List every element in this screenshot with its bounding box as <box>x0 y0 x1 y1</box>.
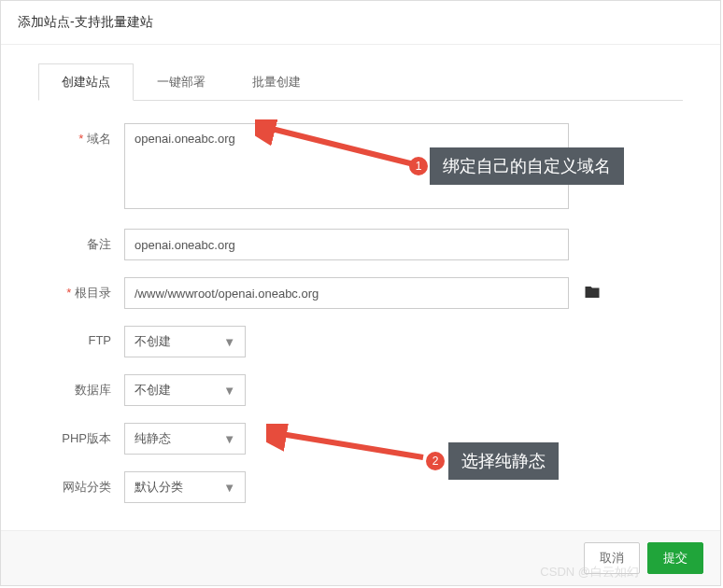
label-db: 数据库 <box>48 374 124 399</box>
label-remark: 备注 <box>48 229 124 253</box>
chevron-down-icon: ▼ <box>223 481 235 495</box>
select-value: 默认分类 <box>135 479 183 496</box>
db-select[interactable]: 不创建 ▼ <box>124 374 246 406</box>
label-root: 根目录 <box>48 277 124 301</box>
php-select[interactable]: 纯静态 ▼ <box>124 423 246 455</box>
tabs: 创建站点 一键部署 批量创建 <box>38 63 683 101</box>
modal-footer: 取消 提交 <box>1 530 720 585</box>
chevron-down-icon: ▼ <box>223 384 235 398</box>
callout-text: 选择纯静态 <box>461 450 546 472</box>
select-value: 不创建 <box>135 382 171 399</box>
tab-label: 创建站点 <box>62 75 110 89</box>
label-domain: 域名 <box>48 123 124 147</box>
submit-button[interactable]: 提交 <box>647 542 703 574</box>
field-category: 默认分类 ▼ <box>124 471 673 503</box>
annotation-badge-1: 1 <box>409 157 428 175</box>
modal-title: 添加站点-支持批量建站 <box>18 14 153 29</box>
row-db: 数据库 不创建 ▼ <box>48 374 673 406</box>
button-label: 提交 <box>663 551 688 565</box>
annotation-callout-2: 选择纯静态 <box>448 442 559 480</box>
callout-text: 绑定自己的自定义域名 <box>443 155 611 177</box>
tab-create-site[interactable]: 创建站点 <box>38 63 134 101</box>
row-category: 网站分类 默认分类 ▼ <box>48 471 673 503</box>
modal-content: 创建站点 一键部署 批量创建 域名 备注 根目录 <box>1 45 720 503</box>
row-ftp: FTP 不创建 ▼ <box>48 326 673 357</box>
row-remark: 备注 <box>48 229 673 260</box>
field-remark <box>124 229 673 260</box>
remark-input[interactable] <box>124 229 569 260</box>
modal-header: 添加站点-支持批量建站 <box>1 1 720 45</box>
field-db: 不创建 ▼ <box>124 374 673 406</box>
root-input[interactable] <box>124 277 569 309</box>
field-root <box>124 277 673 309</box>
annotation-callout-1: 绑定自己的自定义域名 <box>430 147 624 185</box>
label-ftp: FTP <box>48 326 124 347</box>
select-value: 不创建 <box>135 333 171 350</box>
tab-label: 一键部署 <box>157 75 206 89</box>
label-category: 网站分类 <box>48 471 124 496</box>
tab-label: 批量创建 <box>252 75 301 89</box>
tab-one-click-deploy[interactable]: 一键部署 <box>134 63 229 101</box>
chevron-down-icon: ▼ <box>223 432 235 446</box>
annotation-badge-2: 2 <box>426 452 445 470</box>
chevron-down-icon: ▼ <box>223 335 235 349</box>
field-ftp: 不创建 ▼ <box>124 326 673 357</box>
cancel-button[interactable]: 取消 <box>584 542 640 574</box>
select-value: 纯静态 <box>135 430 171 447</box>
folder-icon[interactable] <box>584 284 601 304</box>
button-label: 取消 <box>600 551 624 565</box>
row-root: 根目录 <box>48 277 673 309</box>
ftp-select[interactable]: 不创建 ▼ <box>124 326 246 357</box>
tab-batch-create[interactable]: 批量创建 <box>229 63 324 101</box>
label-php: PHP版本 <box>48 423 124 447</box>
field-php: 纯静态 ▼ <box>124 423 673 455</box>
category-select[interactable]: 默认分类 ▼ <box>124 471 246 503</box>
row-php: PHP版本 纯静态 ▼ <box>48 423 673 455</box>
modal: 添加站点-支持批量建站 创建站点 一键部署 批量创建 域名 备注 根目录 <box>0 0 721 586</box>
